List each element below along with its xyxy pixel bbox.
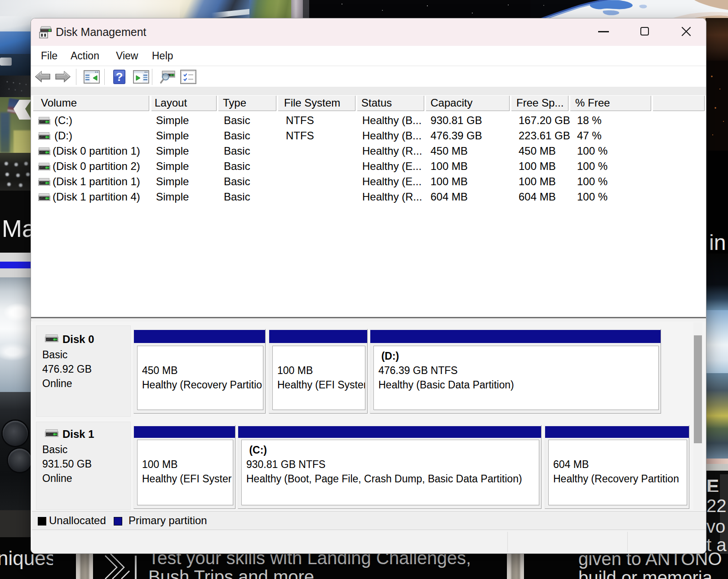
- svg-text:?: ?: [116, 70, 123, 84]
